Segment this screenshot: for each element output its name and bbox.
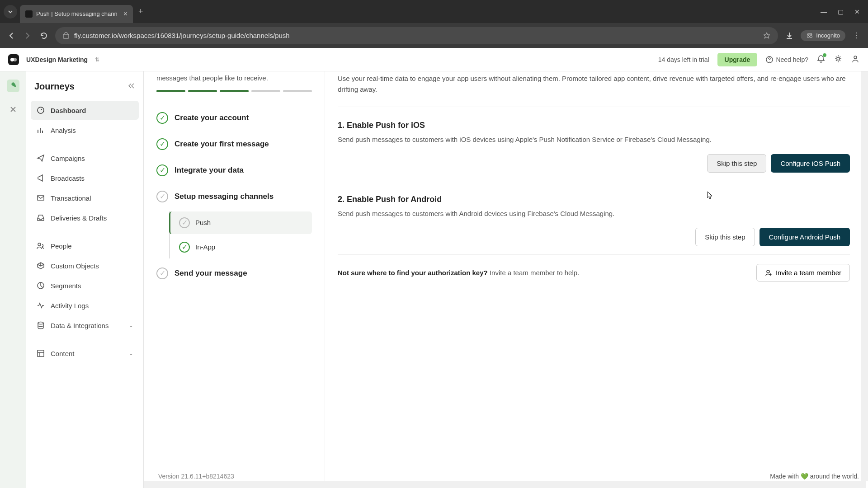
svg-rect-0 [63, 34, 69, 38]
send-icon [36, 154, 45, 163]
nav-dashboard[interactable]: Dashboard [31, 101, 139, 120]
configure-ios-button[interactable]: Configure iOS Push [771, 154, 850, 173]
close-window-button[interactable]: ✕ [854, 8, 860, 15]
collapse-sidebar-button[interactable] [127, 82, 135, 92]
downloads-icon[interactable] [784, 31, 794, 41]
check-icon: ✓ [179, 217, 190, 228]
ios-desc: Send push messages to customers with iOS… [338, 135, 850, 145]
upgrade-button[interactable]: Upgrade [717, 53, 758, 66]
tab-title: Push | Setup messaging chann [36, 10, 120, 17]
progress-bar [156, 90, 312, 92]
product-rail [0, 71, 26, 488]
svg-point-4 [13, 58, 17, 61]
svg-point-10 [38, 243, 41, 246]
inbox-icon [36, 213, 45, 222]
window-controls: — ▢ ✕ [821, 8, 864, 15]
site-info-icon[interactable] [62, 32, 70, 39]
nav-activity-logs[interactable]: Activity Logs [31, 296, 139, 315]
chevron-left-double-icon [127, 82, 135, 90]
tab-close-button[interactable]: × [123, 10, 127, 18]
incognito-icon [806, 32, 813, 39]
step-integrate-data[interactable]: ✓ Integrate your data [156, 157, 312, 183]
skip-ios-button[interactable]: Skip this step [707, 154, 766, 173]
check-icon: ✓ [156, 164, 168, 176]
footer-tagline: Made with 💚 around the world. [770, 473, 859, 480]
notifications-button[interactable] [816, 54, 826, 65]
browser-toolbar: fly.customer.io/workspaces/160831/journe… [0, 23, 868, 48]
check-icon: ✓ [156, 112, 168, 124]
mail-icon [36, 193, 45, 202]
workspace-name[interactable]: UXDesign Marketing [26, 56, 88, 63]
invite-text: Not sure where to find your authorizatio… [338, 269, 579, 277]
vertical-scrollbar[interactable] [861, 71, 868, 481]
activity-icon [36, 301, 45, 310]
footer: Version 21.6.11+b8214623 Made with 💚 aro… [158, 473, 859, 480]
invite-row: Not sure where to find your authorizatio… [338, 255, 850, 291]
help-link[interactable]: Need help? [765, 56, 808, 64]
chevron-down-icon: ⌄ [129, 350, 133, 357]
skip-android-button[interactable]: Skip this step [695, 228, 755, 246]
minimize-button[interactable]: — [821, 8, 827, 15]
browser-menu-button[interactable]: ⋮ [852, 31, 862, 41]
nav-segments[interactable]: Segments [31, 276, 139, 295]
maximize-button[interactable]: ▢ [838, 8, 844, 15]
app-header: UXDesign Marketing ⇅ 14 days left in tri… [0, 48, 868, 71]
detail-intro: Use your real-time data to engage your a… [338, 73, 850, 107]
trial-status: 14 days left in trial [658, 56, 709, 63]
forward-button[interactable] [23, 31, 33, 41]
nav-people[interactable]: People [31, 236, 139, 255]
reload-button[interactable] [39, 31, 49, 41]
configure-android-button[interactable]: Configure Android Push [760, 228, 850, 246]
detail-column: Use your real-time data to engage your a… [325, 71, 868, 488]
svg-point-7 [854, 56, 857, 59]
browser-tab[interactable]: Push | Setup messaging chann × [20, 5, 133, 23]
step-send-message[interactable]: ✓ Send your message [156, 260, 312, 286]
check-icon: ✓ [156, 191, 168, 202]
chevron-down-icon: ⌄ [129, 322, 133, 328]
substep-push[interactable]: ✓ Push [169, 211, 312, 234]
nav-campaigns[interactable]: Campaigns [31, 149, 139, 168]
svg-point-14 [767, 270, 769, 273]
nav-data-integrations[interactable]: Data & Integrations ⌄ [31, 316, 139, 335]
incognito-badge[interactable]: Incognito [801, 30, 845, 41]
substep-inapp[interactable]: ✓ In-App [174, 236, 312, 258]
svg-point-12 [38, 322, 43, 324]
rail-journeys[interactable] [7, 80, 19, 92]
svg-point-1 [807, 35, 810, 38]
back-button[interactable] [6, 31, 16, 41]
cross-icon [9, 105, 18, 114]
progress-segment [283, 90, 312, 92]
new-tab-button[interactable]: + [138, 7, 143, 16]
invite-team-member-button[interactable]: Invite a team member [756, 264, 850, 282]
nav-transactional[interactable]: Transactional [31, 188, 139, 207]
ios-section: 1. Enable Push for iOS Send push message… [338, 107, 850, 181]
rail-secondary[interactable] [7, 103, 19, 116]
step-first-message[interactable]: ✓ Create your first message [156, 131, 312, 157]
bookmark-icon[interactable] [763, 32, 771, 40]
cube-icon [36, 261, 45, 270]
profile-button[interactable] [851, 54, 860, 65]
chevron-down-icon [8, 9, 13, 14]
progress-segment [251, 90, 280, 92]
database-icon [36, 321, 45, 330]
nav-custom-objects[interactable]: Custom Objects [31, 256, 139, 275]
settings-button[interactable] [834, 54, 843, 65]
step-create-account[interactable]: ✓ Create your account [156, 105, 312, 131]
workspace-switcher-icon[interactable]: ⇅ [95, 56, 99, 63]
horizontal-scrollbar[interactable] [144, 481, 866, 488]
progress-segment [188, 90, 217, 92]
step-messaging-channels[interactable]: ✓ Setup messaging channels [156, 183, 312, 210]
app-logo[interactable] [8, 54, 19, 65]
android-section: 2. Enable Push for Android Send push mes… [338, 181, 850, 255]
people-icon [36, 241, 45, 250]
address-bar[interactable]: fly.customer.io/workspaces/160831/journe… [55, 27, 778, 44]
progress-segment [220, 90, 249, 92]
nav-analysis[interactable]: Analysis [31, 121, 139, 140]
nav-broadcasts[interactable]: Broadcasts [31, 169, 139, 188]
pie-icon [36, 281, 45, 290]
megaphone-icon [36, 174, 45, 183]
progress-segment [156, 90, 185, 92]
nav-content[interactable]: Content ⌄ [31, 344, 139, 363]
nav-deliveries[interactable]: Deliveries & Drafts [31, 208, 139, 227]
tab-search-dropdown[interactable] [4, 5, 17, 19]
